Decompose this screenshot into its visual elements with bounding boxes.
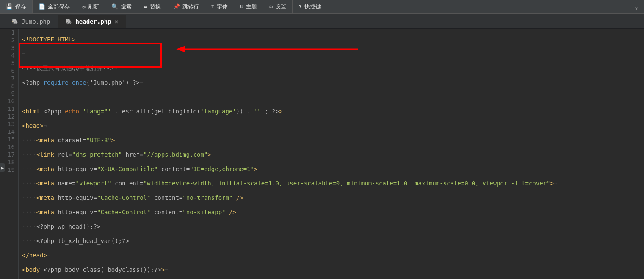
toolbar-label: 保存 bbox=[15, 3, 26, 11]
search-icon: 🔍 bbox=[111, 3, 118, 10]
code-area[interactable]: <!DOCTYPE HTML> ¬ <!--设置只有微信QQ中能打开-->¬ <… bbox=[19, 29, 644, 279]
toolbar-label: 快捷键 bbox=[304, 3, 321, 11]
settings-button[interactable]: ⚙ 设置 bbox=[263, 0, 293, 13]
shortcuts-button[interactable]: ? 快捷键 bbox=[293, 0, 327, 13]
line-number: 14 bbox=[0, 128, 18, 135]
save-all-button[interactable]: 📄 全部保存 bbox=[33, 0, 76, 13]
php-file-icon: 🐘 bbox=[12, 19, 18, 25]
code-line[interactable]: <!--设置只有微信QQ中能打开-->¬ bbox=[22, 64, 644, 72]
help-icon: ? bbox=[299, 3, 302, 10]
save-all-icon: 📄 bbox=[39, 3, 45, 10]
code-line[interactable]: <head>¬ bbox=[22, 122, 644, 130]
line-number: 12 bbox=[0, 113, 18, 120]
font-icon: T bbox=[211, 3, 215, 10]
side-panel-expand-handle[interactable]: ▶ bbox=[0, 163, 5, 172]
tabs: 🐘 Jump.php 🐘 header.php ✕ bbox=[0, 14, 644, 29]
tab-header-php[interactable]: 🐘 header.php ✕ bbox=[58, 15, 126, 28]
tab-label: Jump.php bbox=[22, 18, 50, 25]
code-editor[interactable]: 12345678910111213141516171819 <!DOCTYPE … bbox=[0, 29, 644, 279]
line-number: 11 bbox=[0, 105, 18, 113]
toolbar: 💾 保存 📄 全部保存 ↻ 刷新 🔍 搜索 ⇄ 替换 📌 跳转行 T 字体 U … bbox=[0, 0, 644, 14]
code-line[interactable]: ····<meta name="viewport" content="width… bbox=[22, 180, 644, 187]
line-number: 8 bbox=[0, 82, 18, 90]
line-number: 13 bbox=[0, 120, 18, 128]
goto-line-button[interactable]: 📌 跳转行 bbox=[167, 0, 205, 13]
code-line[interactable]: ····<meta http-equiv="X-UA-Compatible" c… bbox=[22, 165, 644, 173]
code-line[interactable]: ····<meta http-equiv="Cache-Control" con… bbox=[22, 194, 644, 202]
close-icon[interactable]: ✕ bbox=[115, 18, 118, 25]
code-line[interactable]: ¬ bbox=[22, 93, 644, 101]
code-line[interactable]: <html <?php echo 'lang="' . esc_attr(get… bbox=[22, 108, 644, 115]
pin-icon: 📌 bbox=[173, 3, 180, 10]
code-line[interactable]: ¬ bbox=[22, 50, 644, 58]
line-number: 16 bbox=[0, 143, 18, 151]
toolbar-label: 搜索 bbox=[121, 3, 132, 11]
code-line[interactable]: ····<link rel="dns-prefetch" href="//app… bbox=[22, 151, 644, 158]
save-button[interactable]: 💾 保存 bbox=[0, 0, 33, 13]
code-line[interactable]: </head>¬ bbox=[22, 251, 644, 259]
code-line[interactable]: <!DOCTYPE HTML> bbox=[22, 36, 644, 43]
font-button[interactable]: T 字体 bbox=[205, 0, 235, 13]
search-button[interactable]: 🔍 搜索 bbox=[105, 0, 138, 13]
refresh-button[interactable]: ↻ 刷新 bbox=[76, 0, 105, 13]
theme-icon: U bbox=[240, 3, 243, 10]
toolbar-label: 设置 bbox=[275, 3, 286, 11]
line-number: 3 bbox=[0, 44, 18, 52]
line-number: 5 bbox=[0, 59, 18, 67]
replace-icon: ⇄ bbox=[144, 3, 147, 10]
line-number: 17 bbox=[0, 151, 18, 158]
tab-jump-php[interactable]: 🐘 Jump.php bbox=[4, 15, 58, 28]
chevron-down-icon: ⌄ bbox=[634, 3, 638, 11]
toolbar-label: 替换 bbox=[150, 3, 161, 11]
toolbar-spacer bbox=[327, 0, 629, 13]
save-icon: 💾 bbox=[6, 3, 13, 10]
line-number: 1 bbox=[0, 29, 18, 36]
line-number: 10 bbox=[0, 97, 18, 105]
line-number: 9 bbox=[0, 90, 18, 97]
code-line[interactable]: ····<?php wp_head();?> bbox=[22, 223, 644, 230]
code-line[interactable]: ····<meta http-equiv="Cache-Control" con… bbox=[22, 208, 644, 216]
toolbar-label: 跳转行 bbox=[182, 3, 199, 11]
code-line[interactable]: <body <?php body_class(_bodyclass());?>>… bbox=[22, 266, 644, 273]
collapse-toggle[interactable]: ⌄ bbox=[629, 0, 644, 13]
line-number: 2 bbox=[0, 36, 18, 44]
code-line[interactable]: <?php require_once('Jump.php') ?>¬ bbox=[22, 79, 644, 86]
replace-button[interactable]: ⇄ 替换 bbox=[138, 0, 167, 13]
line-number: 4 bbox=[0, 52, 18, 59]
toolbar-label: 刷新 bbox=[88, 3, 99, 11]
php-file-icon: 🐘 bbox=[66, 19, 72, 25]
tab-label: header.php bbox=[75, 18, 111, 25]
toolbar-label: 全部保存 bbox=[48, 3, 70, 11]
gear-icon: ⚙ bbox=[269, 3, 273, 10]
line-number: 7 bbox=[0, 75, 18, 82]
toolbar-label: 主题 bbox=[246, 3, 257, 11]
theme-button[interactable]: U 主题 bbox=[234, 0, 263, 13]
code-line[interactable]: ····<?php tb_xzh_head_var();?> bbox=[22, 237, 644, 245]
code-line[interactable]: ····<meta charset="UTF-8"> bbox=[22, 136, 644, 144]
toolbar-label: 字体 bbox=[217, 3, 228, 11]
line-number: 15 bbox=[0, 135, 18, 143]
refresh-icon: ↻ bbox=[82, 3, 86, 10]
line-number-gutter: 12345678910111213141516171819 bbox=[0, 29, 19, 279]
chevron-right-icon: ▶ bbox=[1, 166, 4, 170]
line-number: 6 bbox=[0, 67, 18, 75]
